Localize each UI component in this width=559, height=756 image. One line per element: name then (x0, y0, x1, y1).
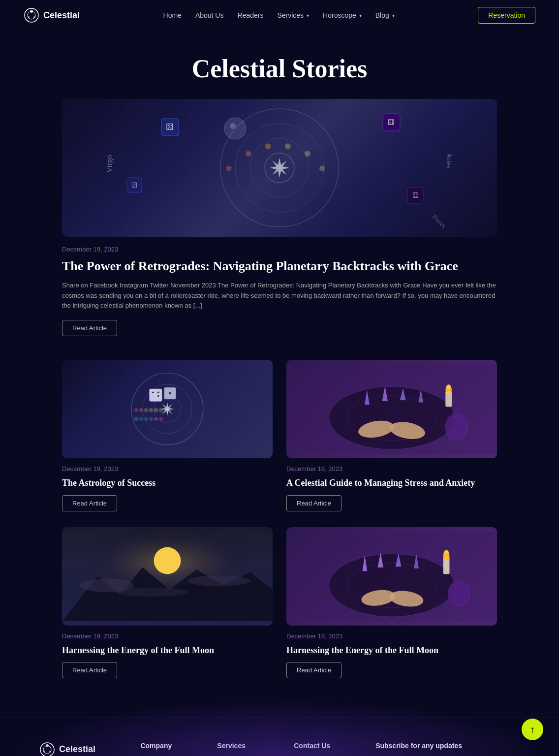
grid-article-3-image (62, 527, 273, 626)
footer-contact: Contact Us booking@celestial.com (+62) 1… (294, 742, 360, 756)
svg-point-73 (444, 550, 449, 554)
grid-article-4-image (286, 527, 497, 626)
footer-company-heading: Company (140, 742, 201, 750)
articles-grid: ♈♉♊♋♌♍ ♎♏♐♑♒♓ December 19, 2023 The Astr… (62, 360, 497, 678)
nav-horoscope[interactable]: Horoscope (323, 11, 362, 19)
grid-article-1-title: The Astrology of Success (62, 477, 273, 489)
svg-text:♍: ♍ (319, 165, 326, 172)
svg-text:Aries: Aries (445, 153, 453, 168)
grid-article-4-date: December 19, 2023 (286, 632, 497, 640)
svg-point-74 (448, 581, 470, 606)
featured-article-title: The Power of Retrogrades: Navigating Pla… (62, 258, 497, 275)
svg-point-3 (33, 16, 35, 18)
svg-point-63 (329, 554, 455, 616)
grid-article-1: ♈♉♊♋♌♍ ♎♏♐♑♒♓ December 19, 2023 The Astr… (62, 360, 273, 511)
svg-point-53 (445, 413, 468, 441)
svg-text:♈: ♈ (225, 165, 232, 172)
svg-point-36 (157, 392, 159, 394)
page-title-section: Celestial Stories (0, 31, 559, 99)
footer-contact-heading: Contact Us (294, 742, 360, 750)
page-title: Celestial Stories (24, 54, 535, 83)
svg-point-52 (446, 384, 451, 389)
nav-about[interactable]: About Us (195, 11, 224, 19)
svg-point-79 (43, 751, 45, 753)
nav-readers[interactable]: Readers (237, 11, 263, 19)
grid-article-2-date: December 19, 2023 (286, 465, 497, 472)
grid-article-2-image (286, 360, 497, 458)
svg-marker-9 (270, 158, 289, 178)
footer: Celestial We help you exploring your cos… (0, 718, 559, 756)
grid-article-3: December 19, 2023 Harnessing the Energy … (62, 527, 273, 678)
svg-point-4 (28, 16, 30, 18)
svg-text:♉: ♉ (245, 150, 252, 157)
grid-article-3-date: December 19, 2023 (62, 632, 273, 640)
footer-company: Company About Us Readers Services Horosc… (140, 742, 201, 756)
footer-services-heading: Services (217, 742, 278, 750)
nav-services[interactable]: Services (277, 11, 309, 19)
svg-text:♎♏♐♑♒♓: ♎♏♐♑♒♓ (134, 416, 164, 422)
navbar: Celestial Home About Us Readers Services… (0, 0, 559, 31)
svg-text:Pisces: Pisces (431, 213, 448, 230)
featured-read-button[interactable]: Read Article (62, 320, 117, 336)
svg-text:⚄: ⚄ (166, 122, 174, 132)
footer-inner: Celestial We help you exploring your cos… (39, 742, 520, 756)
footer-services: Services Natal Chart Readings Compatibil… (217, 742, 278, 756)
svg-point-78 (49, 751, 51, 753)
footer-brand: Celestial We help you exploring your cos… (39, 742, 124, 756)
featured-article: ⚄ ⚂ ⚅ ⚃ (62, 99, 497, 336)
svg-point-19 (230, 123, 236, 129)
grid-article-2-title: A Celestial Guide to Managing Stress and… (286, 477, 497, 489)
nav-blog[interactable]: Blog (375, 11, 395, 19)
footer-logo[interactable]: Celestial (39, 742, 124, 756)
footer-subscribe: Subscribe for any updates Subscribe (375, 742, 520, 756)
svg-point-77 (46, 744, 49, 747)
svg-point-60 (187, 575, 250, 586)
svg-text:⚃: ⚃ (412, 191, 419, 199)
grid-article-2-read[interactable]: Read Article (286, 495, 342, 511)
content-area: ⚄ ⚂ ⚅ ⚃ (38, 99, 521, 718)
featured-article-excerpt: Share on Facebook Instagram Twitter Nove… (62, 281, 497, 311)
nav-home[interactable]: Home (163, 11, 182, 19)
svg-text:⚂: ⚂ (131, 182, 137, 189)
svg-text:⚅: ⚅ (388, 118, 395, 126)
grid-article-4-read[interactable]: Read Article (286, 662, 342, 678)
nav-links: Home About Us Readers Services Horoscope… (163, 11, 395, 19)
site-name: Celestial (43, 10, 80, 21)
svg-point-34 (152, 392, 154, 394)
svg-point-2 (30, 10, 33, 13)
grid-article-4: December 19, 2023 Harnessing the Energy … (286, 527, 497, 678)
svg-text:♈♉♊♋♌♍: ♈♉♊♋♌♍ (134, 408, 164, 413)
footer-site-name: Celestial (59, 744, 95, 755)
grid-article-3-title: Harnessing the Energy of the Full Moon (62, 645, 273, 656)
grid-article-4-title: Harnessing the Energy of the Full Moon (286, 645, 497, 656)
svg-point-61 (116, 587, 187, 596)
grid-article-1-date: December 19, 2023 (62, 465, 273, 472)
grid-article-1-read[interactable]: Read Article (62, 495, 117, 511)
back-to-top-button[interactable]: ↑ (522, 719, 543, 740)
reservation-button[interactable]: Reservation (478, 7, 535, 24)
svg-text:♌: ♌ (304, 150, 311, 157)
svg-point-35 (157, 395, 159, 397)
svg-point-57 (154, 547, 181, 574)
featured-article-date: December 19, 2023 (62, 246, 497, 253)
grid-article-3-read[interactable]: Read Article (62, 662, 117, 678)
svg-text:Virgo: Virgo (105, 155, 114, 173)
svg-text:♊: ♊ (265, 143, 272, 150)
svg-rect-33 (150, 389, 162, 401)
grid-article-2: December 19, 2023 A Celestial Guide to M… (286, 360, 497, 511)
svg-point-18 (224, 118, 246, 139)
featured-article-image: ⚄ ⚂ ⚅ ⚃ (62, 99, 497, 237)
svg-text:♋: ♋ (284, 143, 291, 150)
grid-article-1-image: ♈♉♊♋♌♍ ♎♏♐♑♒♓ (62, 360, 273, 458)
svg-point-38 (169, 392, 171, 395)
site-logo[interactable]: Celestial (24, 7, 80, 23)
svg-point-42 (329, 387, 455, 449)
footer-subscribe-heading: Subscribe for any updates (375, 742, 520, 750)
